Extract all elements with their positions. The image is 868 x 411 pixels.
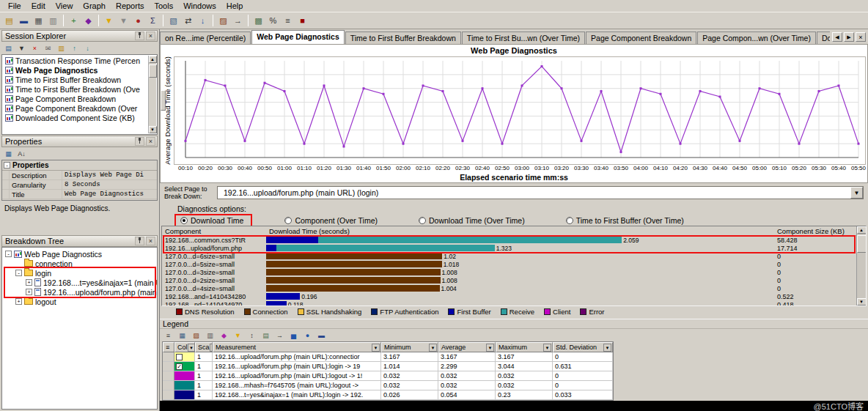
component-scrollbar[interactable]: ▲ ▼ bbox=[856, 226, 866, 306]
menu-edit[interactable]: Edit bbox=[26, 1, 51, 11]
mail-icon[interactable]: ✉ bbox=[42, 42, 54, 53]
component-row[interactable]: 192.168...and=14104342800.1960.522 bbox=[162, 292, 856, 300]
breakdown-tree-item-connection[interactable]: connection bbox=[2, 259, 157, 268]
highlight-icon[interactable]: ▨ bbox=[190, 330, 202, 341]
zoom-icon[interactable]: ● bbox=[131, 14, 145, 27]
component-row[interactable]: 127.0.0...d=6size=small1.020 bbox=[162, 252, 856, 260]
tab-time-to-first-bu-wn-over-time[interactable]: Time to First Bu...wn (Over Time) bbox=[462, 32, 585, 44]
expand-icon[interactable]: + bbox=[15, 298, 22, 305]
component-row[interactable]: 192.168...nd=14104349700.1180.418 bbox=[162, 300, 856, 306]
filter-icon[interactable]: ▼ bbox=[102, 14, 116, 27]
legend-header-sca[interactable]: Sca▼ bbox=[195, 342, 213, 352]
color-cell[interactable] bbox=[174, 381, 195, 390]
filter-rows-icon[interactable]: ▼ bbox=[232, 330, 244, 341]
component-row[interactable]: 127.0.0...d=3size=small1.0080 bbox=[162, 268, 856, 276]
delete-item-icon[interactable]: × bbox=[29, 42, 41, 53]
breakdown-tree-item-login[interactable]: -login bbox=[2, 268, 157, 278]
session-tree-item-page-component-breakdown-over[interactable]: Page Component Breakdown (Over bbox=[3, 103, 147, 113]
dropdown-arrow-icon[interactable]: ▼ bbox=[850, 187, 863, 199]
breakdown-tree-item-192-168-t-yes-inajax-1-main-url[interactable]: +192.168....t=yes&inajax=1 (main URL) bbox=[2, 278, 157, 287]
tab-time-to-first-buffer-breakdown[interactable]: Time to First Buffer Breakdown bbox=[345, 32, 461, 44]
header-dropdown-icon[interactable]: ▼ bbox=[372, 344, 380, 352]
properties-group-row[interactable]: - Properties bbox=[2, 160, 157, 171]
tab-on-re-ime-percentile[interactable]: on Re...ime (Percentile) bbox=[160, 32, 251, 44]
sort-icon[interactable]: ↕ bbox=[246, 330, 258, 341]
row-selector[interactable] bbox=[163, 390, 174, 400]
show-hide-graphs-icon[interactable]: ▦ bbox=[176, 330, 188, 341]
save-icon[interactable]: ▬ bbox=[17, 14, 31, 27]
scroll-thumb[interactable] bbox=[149, 64, 157, 78]
session-tree-item-downloaded-component-size-kb[interactable]: Downloaded Component Size (KB) bbox=[3, 113, 147, 122]
legend-header-minimum[interactable]: Minimum▼ bbox=[381, 342, 438, 352]
expand-icon[interactable]: + bbox=[26, 279, 32, 286]
property-row-description[interactable]: DescriptionDisplays Web Page Di bbox=[2, 171, 157, 180]
categorized-icon[interactable]: ▦ bbox=[2, 148, 15, 159]
scroll-thumb[interactable] bbox=[857, 235, 867, 253]
property-row-title[interactable]: TitleWeb Page Diagnostics bbox=[2, 190, 157, 199]
session-tree-item-page-component-breakdown[interactable]: Page Component Breakdown bbox=[3, 94, 147, 103]
view-selector-icon[interactable]: ▤ bbox=[2, 42, 15, 53]
sigma-icon[interactable]: Σ bbox=[146, 14, 160, 27]
row-selector[interactable] bbox=[163, 362, 174, 371]
collapse-icon[interactable]: - bbox=[15, 270, 22, 276]
component-row[interactable]: 192.168...common.css?TtR2.05958.428 bbox=[162, 236, 856, 244]
move-up-icon[interactable]: ↑ bbox=[68, 42, 81, 53]
legend-header-average[interactable]: Average▼ bbox=[438, 342, 496, 352]
add-graph-icon[interactable]: + bbox=[67, 14, 81, 27]
legend-menu-icon[interactable]: ≡ bbox=[162, 330, 174, 341]
row-selector[interactable] bbox=[163, 352, 174, 362]
header-dropdown-icon[interactable]: ▼ bbox=[543, 344, 551, 352]
tab-page-component-breakdown[interactable]: Page Component Breakdown bbox=[586, 32, 696, 44]
dropdown-icon[interactable]: ▼ bbox=[15, 42, 28, 53]
open-item-icon[interactable]: ▥ bbox=[55, 42, 67, 53]
pin-icon[interactable] bbox=[135, 32, 144, 40]
property-row-granularity[interactable]: Granularity8 Seconds bbox=[2, 180, 157, 190]
radio-component-over-time[interactable]: Component (Over Time) bbox=[284, 216, 378, 225]
session-tree-item-transaction-response-time-percen[interactable]: Transaction Response Time (Percen bbox=[3, 56, 147, 65]
web-icon[interactable]: ● bbox=[301, 330, 314, 341]
color-cell[interactable] bbox=[174, 352, 195, 362]
tab-page-compon-wn-over-time[interactable]: Page Compon...wn (Over Time) bbox=[697, 32, 816, 44]
legend-row[interactable]: ✓1192.16...upload/forum.php (main URL):l… bbox=[163, 362, 613, 371]
component-row[interactable]: 192.16...upload/forum.php1.32317.714 bbox=[162, 244, 856, 252]
legend-row[interactable]: 1192.168...t=yes&inajax=1 (main URL):log… bbox=[163, 390, 613, 400]
color-cell[interactable] bbox=[174, 371, 195, 381]
radio-time-to-first-buffer-over-time[interactable]: Time to First Buffer (Over Time) bbox=[566, 216, 684, 225]
breakdown-tree-item-192-16-upload-forum-php-main-url[interactable]: +192.16....upload/forum.php (main URL) bbox=[2, 287, 157, 297]
legend-row[interactable]: 1192.16...upload/forum.php (main URL):co… bbox=[163, 352, 613, 362]
component-row[interactable]: 127.0.0...d=5size=small1.0180 bbox=[162, 260, 856, 268]
export-legend-icon[interactable]: → bbox=[273, 330, 286, 341]
print-icon[interactable]: ▦ bbox=[32, 14, 45, 27]
graph-wizard-icon[interactable]: ◆ bbox=[81, 14, 95, 27]
breakdown-tree-item-logout[interactable]: +logout bbox=[2, 297, 157, 306]
legend-header-maximum[interactable]: Maximum▼ bbox=[496, 342, 553, 352]
report-icon[interactable]: ▨ bbox=[216, 14, 230, 27]
tab-scroll-right-icon[interactable]: ▶ bbox=[844, 32, 854, 42]
tab-downloaded-c-nent-size-kb[interactable]: Downloaded C...nent Size (KB) bbox=[817, 32, 830, 44]
pin-icon[interactable] bbox=[135, 237, 144, 245]
legend-header-selector[interactable]: ≡ bbox=[163, 342, 174, 352]
component-row[interactable]: 127.0.0...d=2size=small1.0080 bbox=[162, 276, 856, 284]
legend-row[interactable]: 1192.16...upload/forum.php (main URL):lo… bbox=[163, 371, 613, 381]
session-tree-item-time-to-first-buffer-breakdown-ove[interactable]: Time to First Buffer Breakdown (Ove bbox=[3, 84, 147, 94]
collapse-icon[interactable]: - bbox=[4, 162, 10, 169]
menu-graph[interactable]: Graph bbox=[78, 1, 111, 11]
raw-data-icon[interactable]: ≡ bbox=[281, 14, 295, 27]
show-measurement-checkbox[interactable] bbox=[176, 354, 183, 360]
tab-scroll-left-icon[interactable]: ◀ bbox=[832, 32, 842, 42]
chart-type-icon[interactable]: ▅ bbox=[287, 330, 300, 341]
row-selector[interactable] bbox=[163, 371, 174, 381]
color-cell[interactable] bbox=[174, 390, 195, 400]
header-dropdown-icon[interactable]: ▼ bbox=[486, 344, 494, 352]
move-down-icon[interactable]: ↓ bbox=[81, 42, 94, 53]
legend-header-std-deviation[interactable]: Std. Deviation▼ bbox=[553, 342, 613, 352]
save-legend-icon[interactable]: ▬ bbox=[315, 330, 328, 341]
column-header-component-size[interactable]: Component Size (KB) bbox=[774, 227, 856, 235]
tab-close-icon[interactable]: × bbox=[856, 32, 866, 42]
close-icon[interactable]: × bbox=[146, 237, 155, 245]
merge-graphs-icon[interactable]: ▧ bbox=[166, 14, 180, 27]
session-tree-scrollbar[interactable]: ▲ ▼ bbox=[148, 56, 156, 133]
scroll-up-icon[interactable]: ▲ bbox=[857, 226, 867, 234]
collapse-icon[interactable]: - bbox=[5, 251, 12, 257]
column-header-component[interactable]: Component bbox=[162, 227, 266, 235]
